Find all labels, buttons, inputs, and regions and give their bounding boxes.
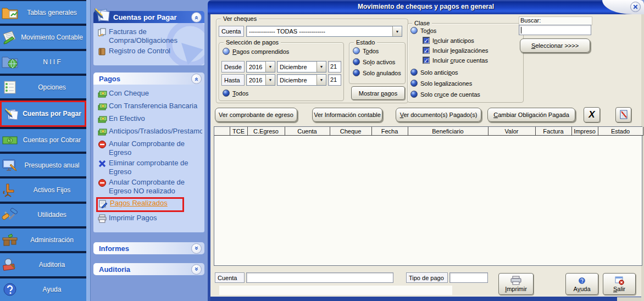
chevron-up-icon[interactable] bbox=[191, 12, 202, 23]
sidebar-item-movimiento-contable[interactable]: Movimiento Contable bbox=[0, 26, 86, 48]
sidebar-item-cuentas-por-pagar[interactable]: Cuentas por Pagar bbox=[0, 101, 86, 126]
clear-x-button[interactable]: X bbox=[584, 107, 600, 122]
col-header-cegreso: C.Egreso bbox=[247, 127, 285, 136]
menu-item-imprimir-pagos[interactable]: Imprimir Pagos bbox=[98, 214, 202, 225]
hasta-month-dropdown[interactable]: Diciembre ▼ bbox=[277, 74, 326, 86]
mostrar-pagos-button[interactable]: Mostrar pagos bbox=[351, 86, 405, 100]
ayuda-label: Ayuda bbox=[574, 286, 591, 292]
section-header-cuentas-por-pagar[interactable]: Cuentas por Pagar bbox=[93, 11, 204, 23]
sidebar-item-auditoria[interactable]: Auditoria bbox=[0, 253, 86, 276]
bottom-cuenta-input[interactable] bbox=[246, 272, 393, 283]
checkbox-incluir-anticipos[interactable]: ✓ bbox=[423, 37, 430, 44]
radio-todos-pagos[interactable] bbox=[223, 90, 230, 97]
checkbox-incluir-cruce-cuentas[interactable]: ✓ bbox=[423, 57, 430, 64]
tipo-de-pago-input[interactable] bbox=[449, 272, 488, 283]
section-auditoria: Auditoria bbox=[93, 263, 204, 275]
radio-label: Solo cruce de cuentas bbox=[420, 91, 480, 98]
sidebar-item-label: Presupuesto anual bbox=[20, 161, 86, 169]
menu-item-label: En Efectivo bbox=[109, 114, 145, 123]
section-header-pagos[interactable]: Pagos bbox=[93, 73, 204, 85]
window-bottom-bar bbox=[210, 297, 617, 301]
chevron-down-icon[interactable] bbox=[191, 243, 202, 254]
cambiar-obligacion-pagada-button[interactable]: Cambiar Obligación Pagada bbox=[487, 108, 575, 122]
menu-item-eliminar-comprobante[interactable]: Eliminar comprobante de Egreso bbox=[98, 159, 202, 176]
hasta-day-input[interactable]: 21 bbox=[328, 74, 341, 86]
radio-label: Todos bbox=[232, 90, 248, 97]
sidebar-item-presupuesto-anual[interactable]: Presupuesto anual bbox=[0, 154, 86, 176]
tools-icon bbox=[0, 207, 20, 222]
sidebar-item-tablas-generales[interactable]: Tablas generales bbox=[0, 1, 86, 24]
radio-solo-cruce-cuentas[interactable] bbox=[410, 91, 418, 98]
menu-item-en-efectivo[interactable]: En Efectivo bbox=[98, 114, 202, 125]
menu-item-anular-no-realizado[interactable]: Anular Comprobante de Egreso NO realizad… bbox=[98, 178, 202, 196]
sidebar-edge bbox=[86, 0, 91, 301]
menu-item-label: Registro de Control bbox=[109, 47, 170, 55]
ver-documentos-pagados-button[interactable]: Ver documento(s) Pagado(s) bbox=[396, 108, 481, 122]
money-icon bbox=[98, 114, 109, 125]
dropdown-arrow-icon[interactable]: ▼ bbox=[265, 62, 275, 72]
checkbox-incluir-legalizaciones[interactable]: ✓ bbox=[423, 47, 430, 54]
no-entry-icon bbox=[98, 178, 109, 189]
sidebar-item-administracion[interactable]: Administración bbox=[0, 228, 86, 251]
sidebar-item-activos-fijos[interactable]: Activos Fijos bbox=[0, 179, 86, 201]
sidebar-item-niif[interactable]: N I I F bbox=[0, 51, 86, 74]
close-button[interactable] bbox=[630, 2, 641, 12]
radio-solo-anulados[interactable] bbox=[353, 69, 360, 76]
imprimir-button[interactable]: Imprimir bbox=[498, 273, 534, 295]
radio-solo-activos[interactable] bbox=[353, 58, 360, 65]
application-root: Tablas generales Movimiento Contable N I… bbox=[0, 0, 644, 301]
ver-comprobante-egreso-button[interactable]: Ver comprobante de egreso bbox=[215, 108, 297, 122]
dropdown-arrow-icon[interactable]: ▼ bbox=[265, 75, 275, 85]
radio-label: Todos bbox=[420, 27, 436, 34]
dropdown-arrow-icon[interactable]: ▼ bbox=[392, 26, 402, 36]
desde-day-input[interactable]: 21 bbox=[328, 61, 341, 73]
col-header-estado: Estado bbox=[598, 127, 643, 136]
chevron-down-icon[interactable] bbox=[191, 264, 202, 275]
sidebar-item-cuentas-por-cobrar[interactable]: Cuentas por Cobrar bbox=[0, 129, 86, 152]
dropdown-arrow-icon[interactable]: ▼ bbox=[317, 62, 326, 72]
radio-solo-anticipos[interactable] bbox=[410, 69, 418, 76]
seleccionar-button[interactable]: Seleccionar >>>> bbox=[520, 38, 590, 53]
question-icon bbox=[0, 282, 20, 297]
menu-item-con-transferencia[interactable]: Con Transferencia Bancaria bbox=[98, 102, 202, 113]
radio-estado-todos[interactable] bbox=[353, 47, 360, 54]
sidebar-item-label: Ayuda bbox=[20, 286, 86, 293]
sidebar-item-ayuda[interactable]: Ayuda bbox=[0, 278, 86, 301]
section-header-auditoria[interactable]: Auditoria bbox=[93, 263, 204, 275]
money-bill-icon bbox=[0, 132, 20, 148]
section-pagos: Pagos Con Cheque Con Transferencia Banca… bbox=[93, 73, 204, 232]
export-excel-button[interactable] bbox=[615, 107, 631, 122]
radio-solo-legalizaciones[interactable] bbox=[410, 80, 418, 87]
window-title: Movimiento de cheques y pagos en general bbox=[208, 3, 644, 10]
salir-button[interactable]: Salir bbox=[603, 273, 636, 295]
menu-item-pagos-realizados[interactable]: Pagos Realizados bbox=[96, 197, 184, 212]
cuenta-dropdown[interactable]: ------------- TODAS ------------- ▼ bbox=[246, 26, 402, 37]
col-header-cuenta: Cuenta bbox=[285, 127, 330, 136]
chevron-up-icon[interactable] bbox=[191, 74, 202, 84]
sidebar-item-label: Movimiento Contable bbox=[20, 34, 86, 41]
ver-informacion-contable-button[interactable]: Ver Información contable bbox=[312, 108, 382, 122]
salir-label: Salir bbox=[613, 286, 625, 292]
window-titlebar[interactable]: Movimiento de cheques y pagos en general bbox=[208, 0, 644, 14]
group-seleccion-de-pagos: Selección de pagos Pagos comprendidos De… bbox=[219, 42, 344, 101]
desde-month-dropdown[interactable]: Diciembre ▼ bbox=[277, 61, 326, 73]
menu-item-con-cheque[interactable]: Con Cheque bbox=[98, 89, 202, 100]
buscar-input[interactable] bbox=[519, 25, 591, 35]
menu-item-anular-comprobante[interactable]: Anular Comprobante de Egreso bbox=[98, 140, 202, 157]
menu-item-label: Pagos Realizados bbox=[110, 199, 168, 208]
dropdown-arrow-icon[interactable]: ▼ bbox=[317, 75, 326, 85]
radio-pagos-comprendidos[interactable] bbox=[223, 48, 230, 55]
menu-item-anticipos-traslados[interactable]: Anticipos/Traslados/Prestamo bbox=[98, 127, 202, 138]
sidebar-item-utilidades[interactable]: Utilidades bbox=[0, 204, 86, 226]
radio-label: Solo legalizaciones bbox=[420, 80, 472, 87]
desde-year-dropdown[interactable]: 2016 ▼ bbox=[246, 61, 275, 73]
menu-item-registro-control[interactable]: Registro de Control bbox=[98, 47, 202, 58]
hasta-year-dropdown[interactable]: 2016 ▼ bbox=[246, 74, 275, 86]
money-icon bbox=[98, 127, 109, 138]
ayuda-button[interactable]: Ayuda bbox=[565, 273, 598, 295]
menu-item-facturas-compra[interactable]: Facturas de Compra/Obligaciones bbox=[98, 27, 202, 45]
section-header-informes[interactable]: Informes bbox=[93, 242, 204, 254]
sidebar-item-opciones[interactable]: Opciones bbox=[0, 76, 86, 98]
radio-clase-todos[interactable] bbox=[410, 27, 418, 34]
help-icon bbox=[578, 276, 586, 285]
